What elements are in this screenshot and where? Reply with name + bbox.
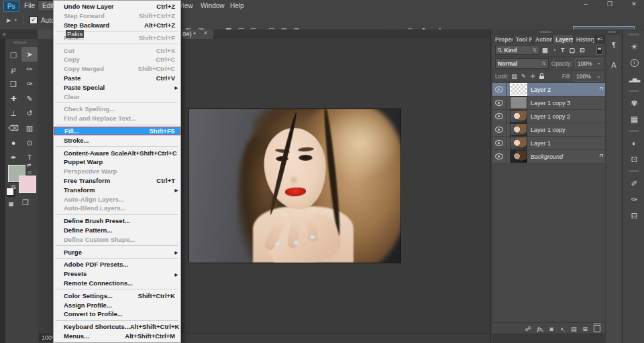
edit-menu-item[interactable]: Color Settings... Shift+Ctrl+K ▶: [54, 291, 180, 300]
crop-tool[interactable]: ❏: [5, 76, 21, 91]
edit-menu-item[interactable]: ▶: [56, 289, 178, 289]
edit-menu-item[interactable]: Assign Profile... ▶: [54, 300, 180, 310]
visibility-toggle[interactable]: [492, 150, 506, 163]
layer-row[interactable]: Layer 1 copy: [492, 123, 605, 137]
collapse-panels-icon[interactable]: «: [3, 31, 5, 38]
menubar-item[interactable]: File: [20, 0, 39, 11]
edit-menu-item[interactable]: Step Forward Shift+Ctrl+Z ▶: [54, 11, 180, 21]
clone-stamp-tool[interactable]: ⊥: [5, 106, 21, 121]
menubar-item[interactable]: Window: [197, 0, 229, 11]
minimize-button[interactable]: –: [581, 1, 590, 7]
brush-tool[interactable]: ✎: [21, 91, 38, 106]
close-button[interactable]: ✕: [629, 1, 639, 7]
move-tool[interactable]: ➤: [21, 47, 38, 62]
layer-thumbnail[interactable]: [511, 137, 527, 149]
layer-row[interactable]: Layer 1 copy 2: [492, 110, 605, 123]
lock-all-icon[interactable]: [539, 76, 544, 79]
edit-menu-item[interactable]: Purge ▶: [54, 247, 180, 257]
edit-menu-item[interactable]: Paste Special ▶: [54, 82, 180, 92]
color-panel-icon[interactable]: ▦: [623, 111, 644, 127]
screen-mode-icon[interactable]: ❐: [22, 198, 29, 207]
filter-pixel-layers-icon[interactable]: ▤: [542, 47, 548, 54]
layer-style-icon[interactable]: fx,: [537, 326, 544, 332]
edit-menu-item[interactable]: ▶: [56, 44, 178, 44]
auto-select-checkbox[interactable]: ✓: [30, 16, 38, 24]
menubar-item[interactable]: Help: [226, 0, 248, 11]
document-image[interactable]: [189, 109, 400, 263]
toolbar-grip[interactable]: [13, 42, 27, 44]
panel-tab[interactable]: History: [574, 35, 595, 44]
edit-menu-item[interactable]: Paste Ctrl+V ▶: [54, 74, 180, 83]
edit-menu-item[interactable]: ▶: [56, 258, 178, 259]
edit-menu-item[interactable]: Find and Replace Text... ▶: [54, 114, 180, 123]
edit-menu-item[interactable]: Menus... Alt+Shift+Ctrl+M ▶: [54, 332, 180, 341]
panel-tab[interactable]: Proper: [492, 35, 513, 44]
edit-menu-item[interactable]: Transform ▶: [54, 185, 180, 194]
eyedropper-tool[interactable]: ✑: [21, 76, 38, 91]
restore-button[interactable]: ❐: [605, 1, 614, 7]
fill-input[interactable]: 100% ▾: [574, 72, 602, 82]
filter-smart-objects-icon[interactable]: ⊡: [580, 47, 585, 54]
filter-shape-layers-icon[interactable]: ▢: [569, 47, 575, 54]
panel-grip[interactable]: [539, 31, 551, 33]
edit-menu-item[interactable]: ▶: [56, 102, 178, 103]
info-panel-icon[interactable]: i: [623, 55, 644, 71]
character-styles-panel-icon[interactable]: A: [606, 55, 621, 75]
default-colors-icon[interactable]: [6, 188, 14, 196]
adjustments-panel-icon[interactable]: ☀: [623, 39, 644, 55]
edit-menu-item[interactable]: Auto-Align Layers... ▶: [54, 194, 180, 204]
visibility-toggle[interactable]: [492, 137, 506, 149]
visibility-toggle[interactable]: [492, 110, 506, 123]
layer-row[interactable]: Background: [492, 150, 605, 163]
edit-menu-item[interactable]: Stroke... ▶: [54, 135, 180, 145]
edit-menu-item[interactable]: Free Transform Ctrl+T ▶: [54, 176, 180, 186]
swap-colors-icon[interactable]: ⇄: [27, 162, 32, 168]
new-layer-icon[interactable]: ⊞: [582, 326, 588, 332]
edit-menu-item[interactable]: Adobe PDF Presets... ▶: [54, 260, 180, 269]
styles-panel-icon[interactable]: ⊡: [623, 151, 644, 167]
edit-menu-item[interactable]: Content-Aware Scale Alt+Shift+Ctrl+C ▶: [54, 148, 180, 157]
edit-menu-item[interactable]: Define Brush Preset... ▶: [54, 216, 180, 226]
panel-tab[interactable]: Action: [533, 35, 553, 44]
edit-menu-item[interactable]: ▶: [56, 125, 178, 125]
edit-menu-item[interactable]: ▶: [56, 146, 178, 147]
edit-menu-item[interactable]: ▶: [56, 245, 178, 246]
eraser-tool[interactable]: ⌫: [5, 121, 21, 135]
rectangular-marquee-tool[interactable]: ▢: [5, 47, 21, 62]
quick-mask-icon[interactable]: ◙: [9, 200, 13, 208]
layer-row[interactable]: Layer 1 copy 3: [492, 96, 605, 110]
edit-menu-item[interactable]: Copy Merged Shift+Ctrl+C ▶: [54, 64, 180, 74]
edit-menu-item[interactable]: Auto-Blend Layers... ▶: [54, 204, 180, 213]
edit-menu-item[interactable]: ▶: [56, 214, 178, 215]
blend-mode-dropdown[interactable]: Normal ⇅: [495, 58, 549, 69]
spot-healing-brush-tool[interactable]: ✚: [5, 91, 21, 106]
gradient-tool[interactable]: ▥: [21, 121, 38, 135]
panel-tab[interactable]: Layers: [553, 35, 574, 44]
edit-menu-item[interactable]: Define Custom Shape... ▶: [54, 234, 180, 244]
edit-menu-item[interactable]: Remote Connections... ▶: [54, 279, 180, 288]
edit-menu-item[interactable]: Check Spelling... ▶: [54, 105, 180, 114]
quick-selection-tool[interactable]: ✏: [21, 62, 38, 76]
edit-menu-item[interactable]: Undo New Layer Ctrl+Z ▶: [54, 2, 180, 11]
link-layers-icon[interactable]: ☍: [525, 326, 531, 332]
visibility-toggle[interactable]: [492, 123, 506, 136]
edit-menu-item[interactable]: Cut Ctrl+X ▶: [54, 46, 180, 55]
edit-menu-item[interactable]: Preferences ▶: [54, 340, 180, 343]
adjustment-layer-icon[interactable]: ◑,: [559, 326, 565, 332]
edit-menu-item[interactable]: ▶: [56, 320, 178, 321]
filter-type-layers-icon[interactable]: T: [561, 47, 565, 54]
blur-tool[interactable]: ●: [5, 135, 21, 150]
edit-menu-item[interactable]: Copy Ctrl+C ▶: [54, 55, 180, 64]
edit-menu-item[interactable]: Define Pattern... ▶: [54, 226, 180, 235]
tool-presets-panel-icon[interactable]: ✑: [623, 192, 644, 208]
pen-tool[interactable]: ✒: [5, 150, 21, 165]
layer-row[interactable]: Layer 2: [492, 83, 605, 96]
filter-toggle-switch[interactable]: [596, 46, 602, 55]
visibility-toggle[interactable]: [492, 83, 506, 96]
history-brush-tool[interactable]: ↺: [21, 106, 38, 121]
panel-menu-icon[interactable]: ▾≡: [595, 35, 605, 44]
edit-menu-item[interactable]: Clear ▶: [54, 92, 180, 101]
histogram-panel-icon[interactable]: ▂▅▃: [623, 71, 644, 87]
layer-thumbnail[interactable]: [511, 124, 527, 135]
layer-thumbnail[interactable]: [511, 151, 527, 162]
